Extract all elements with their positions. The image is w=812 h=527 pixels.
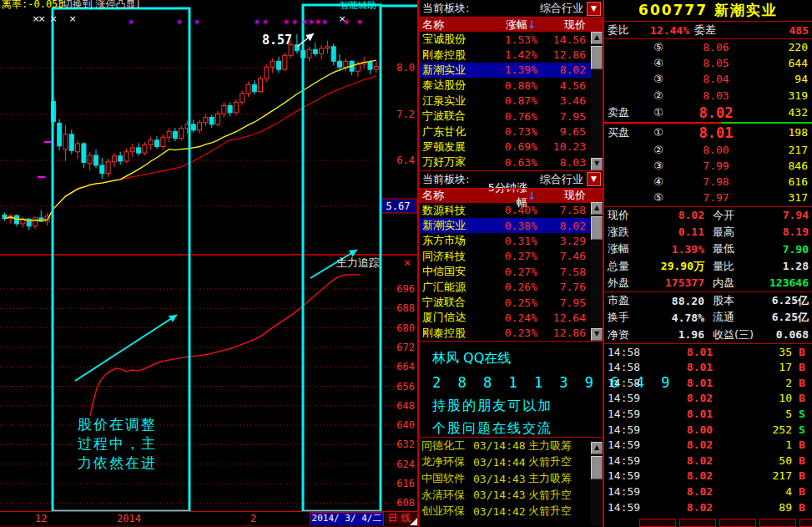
svg-text:5.67: 5.67 — [386, 200, 411, 212]
tape-time: 14:58 — [604, 361, 649, 373]
watchlist-row[interactable]: 刚泰控股1.42%12.86 — [419, 47, 603, 62]
tape-time: 14:59 — [604, 408, 649, 420]
block-dropdown-icon[interactable]: ▼ — [587, 2, 601, 16]
watchlist-row[interactable]: 宝诚股份1.53%14.56 — [419, 32, 603, 47]
qq-line: 个股问题在线交流 — [419, 420, 603, 438]
watchlist-row[interactable]: 泰达股份0.88%4.56 — [419, 78, 603, 93]
svg-text:8.0: 8.0 — [396, 62, 415, 73]
sell1-volume: 432 — [761, 106, 812, 119]
svg-text:632: 632 — [396, 438, 415, 450]
level-volume: 644 — [761, 57, 812, 69]
scroll-thumb[interactable] — [591, 456, 603, 479]
ticker-time: 03/14:43 — [473, 489, 528, 501]
watchlist-row[interactable]: 宁波联合0.25%7.95 — [419, 295, 603, 310]
quote-label: 流通 — [704, 310, 768, 325]
resize-corner-icon[interactable] — [410, 518, 417, 525]
scroll-up-icon[interactable]: ▲ — [591, 442, 603, 454]
scroll-down-icon[interactable]: ▼ — [591, 158, 603, 170]
tape-price: 8.02 — [649, 454, 750, 467]
tab-button[interactable] — [679, 519, 716, 527]
scrollbar[interactable]: ▲▼ — [591, 32, 603, 170]
watchlist-row[interactable]: 广汇能源0.26%7.76 — [419, 279, 603, 294]
tape-volume: 50 — [750, 454, 792, 467]
watchlist-row[interactable]: 新潮实业0.38%8.02 — [419, 218, 603, 233]
stock-name: 新潮实业 — [419, 218, 487, 233]
scroll-up-icon[interactable]: ▲ — [591, 32, 603, 44]
ticker-row[interactable]: 同德化工03/14:48主力吸筹 — [419, 438, 603, 454]
watchlist-row[interactable]: 同济科技0.27%7.46 — [419, 249, 603, 264]
level-volume: 220 — [761, 41, 812, 53]
tape-row: 14:588.0135B — [604, 344, 812, 360]
ticker-time: 03/14:42 — [473, 505, 528, 518]
quote-panel: 600777 新潮实业 委比 12.44% 委差 485 ⑤8.06220④8.… — [603, 0, 812, 527]
svg-text:*: * — [309, 17, 315, 30]
quote-value: 1.96 — [641, 328, 704, 341]
watchlist-row[interactable]: 新潮实业1.39%8.02 — [419, 63, 603, 78]
scrollbar[interactable]: ▲ — [591, 442, 603, 525]
watchlist-row[interactable]: 万好万家0.63%8.03 — [419, 155, 603, 170]
ticker-row[interactable]: 永清环保03/14:43火箭升空 — [419, 487, 603, 504]
block-dropdown-icon[interactable]: ▼ — [587, 172, 601, 186]
quote-stats-2: 市盈88.20股本6.25亿换手4.78%流通6.25亿净资1.96收益(三)0… — [604, 292, 812, 343]
tab-button[interactable] — [639, 519, 676, 527]
tape-direction: B — [792, 454, 812, 467]
col-change[interactable]: 涨幅 — [482, 18, 527, 33]
ticker-row[interactable]: 创业环保03/14:42火箭升空 — [419, 503, 603, 519]
watchlist-row[interactable]: 江泉实业0.87%3.46 — [419, 94, 603, 109]
stock-name: 刚泰控股 — [419, 48, 487, 63]
watchlist-row[interactable]: 数源科技0.40%7.58 — [419, 203, 603, 218]
tape-time: 14:59 — [604, 454, 649, 467]
tape-time: 14:59 — [604, 485, 649, 498]
sell-label: 卖盘 — [604, 105, 646, 120]
watchlist-row[interactable]: 刚泰控股0.23%12.86 — [419, 326, 603, 341]
quote-label: 量比 — [704, 259, 768, 274]
weibi-label: 委比 — [608, 23, 629, 38]
bottom-tabs — [639, 519, 812, 527]
watchlist-row[interactable]: 罗顿发展0.69%10.23 — [419, 139, 603, 155]
scroll-up-icon[interactable]: ▲ — [591, 202, 603, 215]
ticker-row[interactable]: 龙净环保03/14:44火箭升空 — [419, 454, 603, 471]
scroll-down-icon[interactable]: ▼ — [591, 328, 603, 341]
stock-change: 0.63% — [487, 156, 537, 169]
scrollbar[interactable]: ▲▼ — [591, 202, 603, 341]
sector-list-2: 数源科技0.40%7.58新潮实业0.38%8.02东方市场0.31%3.29同… — [419, 203, 603, 342]
quote-label: 最低 — [704, 241, 768, 256]
sell1-row: 卖盘 ① 8.02 432 — [604, 104, 812, 122]
kline-chart[interactable]: 8.07.26.46966886806726646566486406326246… — [0, 0, 417, 511]
tape-volume: 10 — [750, 392, 792, 404]
tape-row: 14:588.0117B — [604, 359, 812, 375]
svg-text:*: * — [322, 17, 328, 30]
scroll-thumb[interactable] — [591, 46, 603, 69]
col-price[interactable]: 现价 — [536, 18, 603, 33]
tape-volume: 2 — [750, 377, 792, 389]
level-icon: ③ — [646, 160, 671, 172]
watchlist-row[interactable]: 宁波联合0.76%7.95 — [419, 109, 603, 124]
list1-header[interactable]: 名称 涨幅 ↓ 现价 — [419, 18, 603, 32]
ticker-stock: 龙净环保 — [419, 454, 473, 469]
col-name[interactable]: 名称 — [419, 188, 482, 203]
time-axis: 2014/ 3/ 4/二 日线 1220142 — [0, 511, 417, 526]
level-1-icon: ① — [646, 126, 671, 139]
scroll-thumb[interactable] — [591, 216, 603, 240]
watchlist-row[interactable]: 中信国安0.27%7.58 — [419, 264, 603, 279]
watchlist-row[interactable]: 东方市场0.31%3.29 — [419, 233, 603, 248]
watchlist-row[interactable]: 广东甘化0.73%9.65 — [419, 124, 603, 139]
tab-button[interactable] — [719, 519, 756, 527]
watchlist-row[interactable]: 厦门信达0.24%12.64 — [419, 310, 603, 325]
svg-text:688: 688 — [396, 302, 415, 314]
tab-button[interactable] — [799, 519, 812, 527]
ticker-row[interactable]: 中国软件03/14:43主力吸筹 — [419, 470, 603, 487]
stock-name: 万好万家 — [419, 155, 487, 170]
stock-name: 宝诚股份 — [419, 32, 487, 47]
list2-header[interactable]: 名称 5分钟涨幅 ↓ 现价 — [419, 189, 603, 203]
svg-text:624: 624 — [396, 459, 415, 470]
ticker-stock: 永清环保 — [419, 488, 473, 503]
weibi-value: 12.44% — [629, 24, 689, 37]
col-name[interactable]: 名称 — [419, 18, 482, 33]
tab-button[interactable] — [759, 519, 796, 527]
order-level-row: ③7.99846 — [604, 158, 812, 174]
col-price[interactable]: 现价 — [536, 188, 603, 203]
stock-name: 厦门信达 — [419, 310, 487, 325]
stock-change: 0.27% — [487, 266, 537, 278]
tape-time: 14:59 — [604, 423, 649, 436]
